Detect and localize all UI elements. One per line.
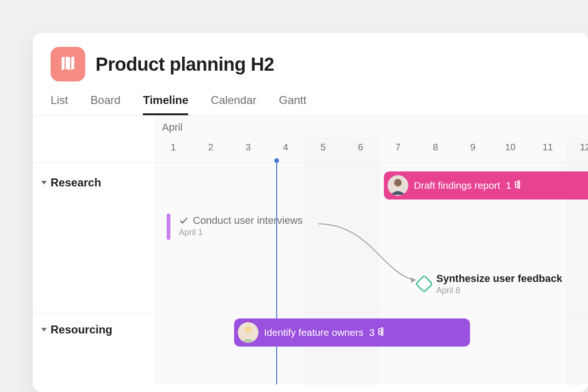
day-column: 3 [229,140,267,159]
task-title: Draft findings report [414,180,500,191]
day-column: 1 [154,140,192,159]
day-column: 12 [566,140,588,159]
day-column: 4 [267,140,304,159]
day-column: 11 [529,140,566,159]
timeline-area: April 123456789101112 Research Draft fin… [33,115,588,385]
svg-point-4 [518,186,520,188]
task-milestone-synthesize[interactable] [415,274,434,293]
svg-point-3 [518,184,520,185]
chevron-down-icon [41,328,47,332]
header: Product planning H2 List Board Timeline … [33,33,588,115]
task-title: Synthesize user feedback [436,273,562,285]
day-column: 7 [379,140,417,159]
tab-list[interactable]: List [51,94,68,115]
chevron-down-icon [41,181,47,185]
task-date: April 1 [179,228,303,237]
project-icon[interactable] [51,47,85,81]
dependency-arrow [314,219,426,289]
subtask-count: 3 [369,327,387,338]
day-column: 2 [192,140,229,159]
svg-point-9 [381,331,383,333]
subtask-icon [514,180,523,191]
tab-board[interactable]: Board [90,94,120,115]
map-icon [59,55,76,74]
check-icon [179,216,188,225]
day-header: 123456789101112 [33,140,588,159]
svg-marker-5 [411,277,416,283]
timeline-body[interactable]: Research Draft findings report 1 [33,163,588,385]
task-title: Conduct user interviews [193,214,303,227]
project-window: Product planning H2 List Board Timeline … [33,33,588,392]
day-column: 6 [342,140,379,159]
task-date: April 8 [436,286,562,296]
task-mini-label[interactable]: Conduct user interviews April 1 [179,214,303,237]
avatar [238,322,258,343]
section-label: Research [51,176,101,189]
subtask-icon [377,327,387,338]
section-header-research[interactable]: Research [41,176,101,189]
subtask-count: 1 [506,180,523,191]
task-bar-draft-findings[interactable]: Draft findings report 1 [384,171,588,200]
task-milestone-label[interactable]: Synthesize user feedback April 8 [436,273,562,296]
svg-point-2 [518,181,520,183]
day-column: 10 [492,140,529,159]
svg-point-7 [244,326,252,333]
day-column: 8 [417,140,454,159]
svg-point-1 [394,179,402,186]
section-header-resourcing[interactable]: Resourcing [41,323,112,336]
view-tabs: List Board Timeline Calendar Gantt [51,81,575,115]
tab-gantt[interactable]: Gantt [279,94,307,115]
svg-point-8 [381,328,383,330]
task-title: Identify feature owners [264,327,363,338]
month-label: April [162,121,183,133]
tab-timeline[interactable]: Timeline [143,94,188,115]
day-column: 9 [454,140,492,159]
section-divider [33,312,588,312]
tab-calendar[interactable]: Calendar [211,94,256,115]
section-label: Resourcing [51,323,112,336]
svg-point-10 [381,333,383,335]
day-column: 5 [304,140,342,159]
today-indicator [276,161,277,385]
avatar [388,175,408,196]
task-bar-identify-owners[interactable]: Identify feature owners 3 [234,318,470,347]
task-mini-conduct-interviews[interactable] [167,214,170,240]
project-title: Product planning H2 [96,54,274,75]
